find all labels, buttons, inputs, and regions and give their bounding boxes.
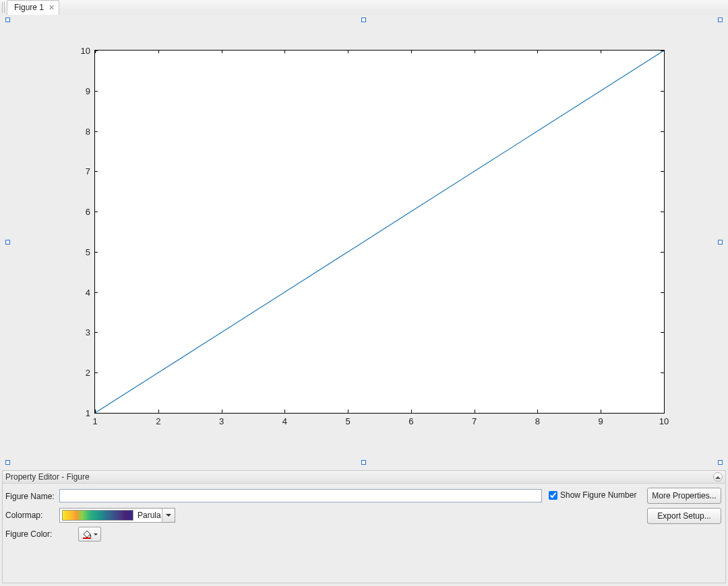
more-properties-label: More Properties...: [652, 491, 716, 500]
x-tick-label: 9: [599, 416, 603, 426]
x-tick-label: 10: [659, 416, 669, 426]
y-tick-label: 6: [71, 207, 90, 217]
figure-color-button[interactable]: [78, 527, 101, 542]
selection-handle[interactable]: [5, 240, 10, 245]
colormap-dropdown[interactable]: Parula: [59, 508, 175, 523]
y-tick-label: 4: [71, 287, 90, 297]
selection-handle[interactable]: [718, 460, 723, 465]
figure-color-label: Figure Color:: [5, 529, 52, 539]
colormap-swatch-icon: [62, 510, 133, 521]
x-tick-label: 7: [472, 416, 477, 426]
property-editor-titlebar: Property Editor - Figure: [3, 471, 725, 484]
figure-name-label: Figure Name:: [5, 492, 55, 501]
y-tick-label: 8: [71, 126, 90, 136]
colormap-label: Colormap:: [5, 511, 42, 520]
export-setup-label: Export Setup...: [657, 511, 710, 521]
y-tick-label: 3: [71, 327, 90, 337]
y-tick-label: 1: [71, 408, 90, 418]
selection-handle[interactable]: [718, 240, 723, 245]
paint-bucket-icon: [82, 529, 92, 539]
colormap-value: Parula: [138, 511, 161, 520]
selection-handle[interactable]: [361, 460, 366, 465]
y-tick-label: 9: [71, 86, 90, 96]
show-figure-number-checkbox[interactable]: Show Figure Number: [549, 490, 636, 500]
y-tick-label: 7: [71, 166, 90, 176]
figure-name-input[interactable]: [59, 489, 542, 502]
x-tick-label: 4: [282, 416, 287, 426]
figure-tab[interactable]: Figure 1 ✕: [7, 0, 59, 15]
x-tick-label: 8: [535, 416, 540, 426]
figure-panel[interactable]: 1234567891012345678910: [0, 15, 728, 467]
collapse-icon[interactable]: [713, 472, 723, 482]
selection-handle[interactable]: [718, 18, 723, 22]
property-editor-panel: Property Editor - Figure Figure Name: Sh…: [2, 470, 726, 583]
plot-axes[interactable]: [94, 50, 665, 414]
export-setup-button[interactable]: Export Setup...: [647, 508, 721, 524]
x-tick-label: 2: [156, 416, 160, 426]
x-tick-label: 5: [345, 416, 350, 426]
close-icon[interactable]: ✕: [47, 3, 55, 11]
chevron-down-icon[interactable]: [162, 509, 175, 522]
x-tick-label: 1: [92, 416, 97, 426]
property-editor-title: Property Editor - Figure: [5, 472, 90, 482]
dock-drag-handle[interactable]: [1, 2, 5, 13]
figure-tab-strip: Figure 1 ✕: [0, 0, 728, 15]
x-tick-label: 6: [408, 416, 413, 426]
selection-handle[interactable]: [361, 18, 366, 22]
x-tick-label: 3: [219, 416, 224, 426]
show-figure-number-label: Show Figure Number: [560, 490, 636, 500]
y-tick-label: 5: [71, 247, 90, 257]
figure-tab-label: Figure 1: [14, 3, 44, 12]
selection-handle[interactable]: [5, 460, 10, 465]
y-tick-label: 2: [71, 368, 90, 378]
selection-handle[interactable]: [5, 18, 10, 22]
plot-line: [95, 51, 664, 413]
more-properties-button[interactable]: More Properties...: [647, 488, 721, 504]
y-tick-label: 10: [71, 46, 90, 56]
